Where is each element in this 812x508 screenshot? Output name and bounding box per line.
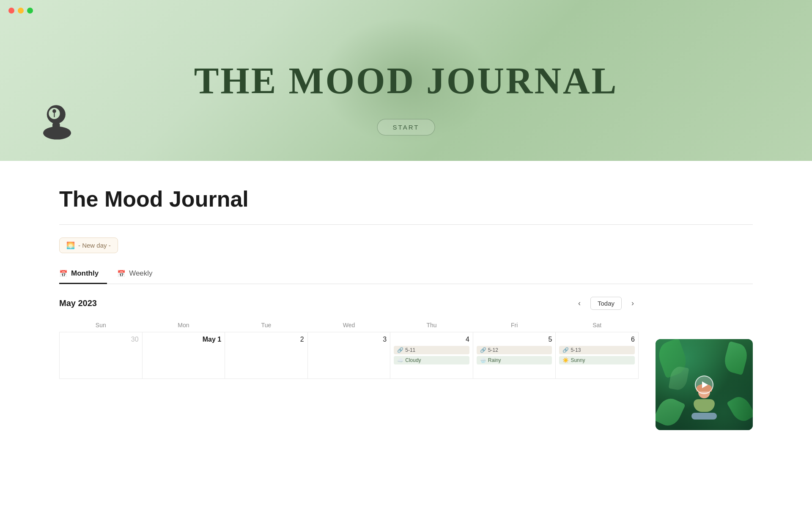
calendar-cell-3[interactable]: 3 (307, 332, 390, 379)
divider (59, 224, 753, 225)
event-chip[interactable]: 🔗 5-11 (394, 346, 469, 354)
event-chip[interactable]: 🔗 5-12 (477, 346, 552, 354)
cloud-icon: ☁️ (397, 357, 403, 363)
tab-weekly-label: Weekly (129, 269, 152, 278)
day-header-fri: Fri (473, 318, 556, 332)
link-icon: 🔗 (397, 347, 403, 353)
calendar-main: May 2023 ‹ Today › Sun Mon Tue Wed Thu (59, 297, 639, 379)
date-number: 2 (228, 336, 304, 343)
main-content: The Mood Journal 🌅 - New day - 📅 Monthly… (0, 161, 812, 447)
date-number: May 1 (146, 336, 222, 343)
leaf-decoration (727, 393, 753, 425)
day-header-thu: Thu (390, 318, 473, 332)
day-header-tue: Tue (225, 318, 308, 332)
today-button[interactable]: Today (590, 297, 622, 310)
day-header-sat: Sat (556, 318, 639, 332)
weather-chip[interactable]: ☁️ Cloudy (394, 356, 469, 364)
calendar-cell-6[interactable]: 6 🔗 5-13 ☀️ Sunny (556, 332, 639, 379)
event-label: 5-11 (405, 347, 415, 353)
weather-label: Cloudy (405, 357, 421, 363)
next-month-button[interactable]: › (627, 298, 639, 309)
calendar-nav: ‹ Today › (573, 297, 639, 310)
calendar-cell-5[interactable]: 5 🔗 5-12 🌧️ Rainy (473, 332, 556, 379)
calendar-monthly-icon: 📅 (59, 270, 68, 278)
tab-monthly-label: Monthly (71, 269, 99, 278)
date-number: 5 (477, 336, 552, 343)
new-day-label: - New day - (78, 242, 111, 249)
date-number: 6 (559, 336, 635, 343)
weather-chip[interactable]: 🌧️ Rainy (477, 356, 552, 364)
table-row: 30 May 1 2 3 4 (60, 332, 639, 379)
sidebar-image-inner (656, 339, 753, 430)
event-chip[interactable]: 🔗 5-13 (559, 346, 635, 354)
rain-icon: 🌧️ (480, 357, 486, 363)
link-icon: 🔗 (480, 347, 486, 353)
prev-month-button[interactable]: ‹ (573, 298, 585, 309)
leaf-decoration (722, 341, 750, 375)
link-icon: 🔗 (562, 347, 569, 353)
view-tabs: 📅 Monthly 📅 Weekly (59, 265, 753, 284)
sun-icon: ☀️ (562, 357, 569, 363)
calendar-grid: Sun Mon Tue Wed Thu Fri Sat 30 (59, 318, 639, 379)
calendar-section: May 2023 ‹ Today › Sun Mon Tue Wed Thu (59, 297, 753, 430)
tab-monthly[interactable]: 📅 Monthly (59, 265, 107, 284)
weather-label: Rainy (488, 357, 501, 363)
calendar-weekly-icon: 📅 (117, 270, 126, 278)
leaf-decoration (656, 395, 686, 429)
traffic-lights (8, 8, 33, 14)
calendar-cell-2[interactable]: 2 (225, 332, 308, 379)
svg-point-4 (52, 109, 56, 113)
minimize-button[interactable] (18, 8, 24, 14)
day-header-sun: Sun (60, 318, 143, 332)
weather-label: Sunny (571, 357, 585, 363)
banner-title: THE MOOD JOURNAL (194, 59, 618, 102)
date-number: 30 (63, 336, 139, 343)
banner: THE MOOD JOURNAL START (0, 0, 812, 161)
play-icon (702, 381, 708, 388)
calendar-header: May 2023 ‹ Today › (59, 297, 639, 310)
weather-chip[interactable]: ☀️ Sunny (559, 356, 635, 364)
sunrise-icon: 🌅 (66, 241, 75, 249)
maximize-button[interactable] (27, 8, 33, 14)
day-header-wed: Wed (307, 318, 390, 332)
calendar-cell-30[interactable]: 30 (60, 332, 143, 379)
page-title: The Mood Journal (59, 186, 753, 212)
close-button[interactable] (8, 8, 14, 14)
date-number: 3 (311, 336, 387, 343)
calendar-month-label: May 2023 (59, 298, 97, 308)
svg-point-2 (43, 127, 71, 140)
play-button[interactable] (695, 375, 713, 394)
calendar-cell-4[interactable]: 4 🔗 5-11 ☁️ Cloudy (390, 332, 473, 379)
tab-weekly[interactable]: 📅 Weekly (117, 265, 161, 284)
date-number: 4 (394, 336, 469, 343)
calendar-cell-may1[interactable]: May 1 (142, 332, 225, 379)
start-button[interactable]: START (377, 119, 435, 135)
event-label: 5-12 (488, 347, 498, 353)
day-header-mon: Mon (142, 318, 225, 332)
sidebar-media (656, 339, 753, 430)
head-meditation-icon (38, 104, 76, 152)
new-day-button[interactable]: 🌅 - New day - (59, 237, 118, 253)
event-label: 5-13 (571, 347, 581, 353)
